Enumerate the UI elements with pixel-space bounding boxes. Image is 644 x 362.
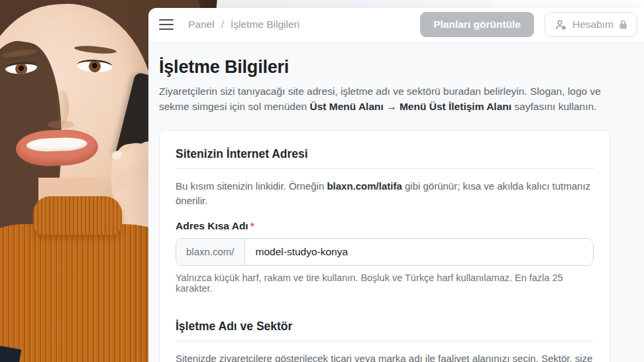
- nose-shape: [56, 90, 69, 125]
- account-button-label: Hesabım: [572, 19, 614, 30]
- page-title: İşletme Bilgileri: [159, 57, 633, 78]
- intro-text-end: sayfasını kullanın.: [511, 101, 596, 112]
- user-gear-icon: [555, 19, 567, 31]
- section-divider: [176, 168, 594, 169]
- breadcrumb-separator: /: [221, 19, 224, 30]
- teeth-shape: [27, 137, 88, 152]
- intro-menu-path-1: Üst Menü Alanı: [309, 101, 383, 112]
- page-intro: Ziyaretçilerin sizi tanıyacağı site adre…: [159, 84, 616, 115]
- short-address-helper: Yalnızca küçük harf, rakam ve tire kulla…: [176, 272, 594, 294]
- business-name-description: Sitenizde ziyaretçilere gösterilecek tic…: [176, 351, 594, 362]
- menu-toggle-icon[interactable]: [159, 19, 174, 30]
- breadcrumb: Panel / İşletme Bilgileri: [188, 19, 299, 30]
- page-content: İşletme Bilgileri Ziyaretçilerin sizi ta…: [148, 41, 644, 362]
- account-button[interactable]: Hesabım: [545, 12, 637, 37]
- intro-menu-path-2: Menü Üst İletişim Alanı: [400, 101, 511, 112]
- short-address-label: Adres Kısa Adı*: [176, 220, 594, 232]
- short-address-input[interactable]: [245, 239, 593, 265]
- breadcrumb-item-current: İşletme Bilgileri: [231, 19, 299, 30]
- short-address-input-group: blaxn.com/: [176, 238, 594, 266]
- desc-text: Bu kısım sitenizin linkidir. Örneğin: [176, 180, 327, 192]
- section-divider: [176, 341, 594, 341]
- site-address-description: Bu kısım sitenizin linkidir. Örneğin bla…: [176, 179, 594, 209]
- breadcrumb-item-panel[interactable]: Panel: [188, 19, 215, 30]
- arrow-right-glyph: →: [384, 101, 400, 112]
- iris-right: [89, 60, 101, 73]
- admin-panel: Panel / İşletme Bilgileri Planları görün…: [148, 8, 644, 362]
- example-url: blaxn.com/latifa: [327, 180, 402, 192]
- turtleneck-collar: [33, 196, 122, 235]
- required-asterisk: *: [250, 220, 254, 231]
- lock-icon: [619, 20, 627, 29]
- nose-tip-shape: [48, 121, 74, 129]
- view-plans-button[interactable]: Planları görüntüle: [420, 12, 534, 37]
- section-heading-business-name: İşletme Adı ve Sektör: [176, 320, 594, 333]
- section-heading-site-address: Sitenizin İnternet Adresi: [176, 147, 594, 161]
- topbar: Panel / İşletme Bilgileri Planları görün…: [148, 8, 644, 41]
- url-prefix-addon: blaxn.com/: [176, 239, 245, 265]
- short-address-label-text: Adres Kısa Adı: [176, 220, 248, 231]
- settings-card: Sitenizin İnternet Adresi Bu kısım siten…: [159, 130, 610, 362]
- iris-left: [15, 62, 27, 74]
